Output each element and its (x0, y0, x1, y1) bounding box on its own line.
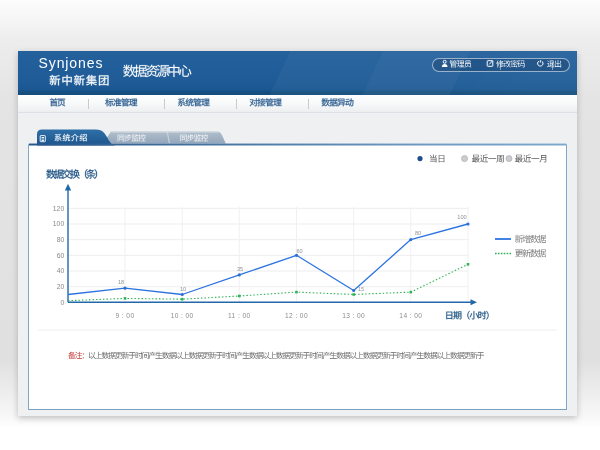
svg-text:100: 100 (53, 220, 65, 227)
svg-text:10: 10 (180, 286, 186, 292)
svg-text:18: 18 (118, 279, 124, 285)
svg-text:14 : 00: 14 : 00 (399, 312, 422, 319)
svg-text:20: 20 (57, 283, 65, 290)
svg-text:60: 60 (296, 248, 302, 254)
svg-text:Synjones: Synjones (39, 55, 104, 71)
svg-text:12 : 00: 12 : 00 (285, 312, 308, 319)
svg-text:35: 35 (237, 266, 243, 272)
svg-text:13 : 00: 13 : 00 (342, 312, 365, 319)
svg-text:15: 15 (358, 286, 364, 292)
svg-text:80: 80 (57, 236, 65, 243)
svg-text:120: 120 (53, 205, 65, 212)
svg-text:100: 100 (457, 214, 466, 220)
svg-text:9 : 00: 9 : 00 (116, 312, 135, 319)
svg-text:80: 80 (415, 230, 421, 236)
svg-text:10 : 00: 10 : 00 (171, 312, 194, 319)
svg-text:60: 60 (57, 252, 65, 259)
svg-text:0: 0 (60, 299, 64, 306)
svg-text:40: 40 (57, 267, 65, 274)
svg-text:11 : 00: 11 : 00 (228, 312, 250, 319)
